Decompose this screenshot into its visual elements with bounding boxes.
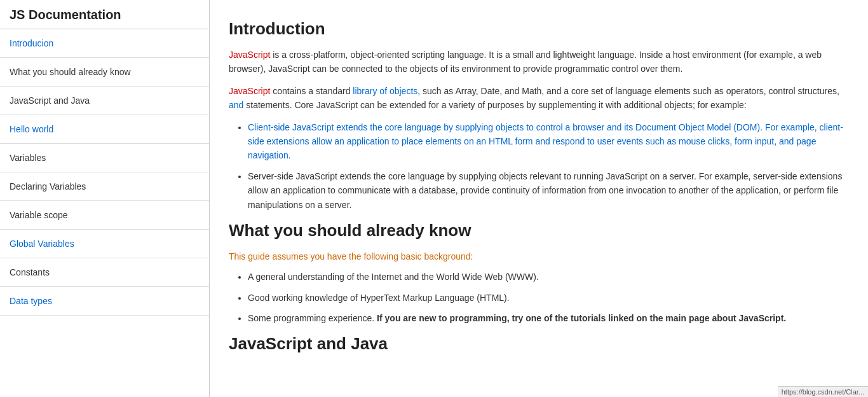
status-bar: https://blog.csdn.net/Clar... (778, 386, 868, 397)
sidebar-nav: IntroducionWhat you should already knowJ… (0, 29, 209, 316)
wyak-list-item-3: Some programming experience. If you are … (248, 311, 849, 325)
intro-paragraph-1: JavaScript is a cross-platform, object-o… (229, 48, 849, 76)
status-url: https://blog.csdn.net/Clar... (782, 388, 864, 396)
sidebar-item-global-variables[interactable]: Global Variables (0, 230, 209, 258)
wyak-list-item-2: Good working knowledge of HyperText Mark… (248, 291, 849, 305)
wyak-list-item-1: A general understanding of the Internet … (248, 270, 849, 284)
introduction-title: Introduction (229, 19, 849, 39)
sidebar-item-javascript-and-java[interactable]: JavaScript and Java (0, 87, 209, 115)
sidebar-item-declaring-variables[interactable]: Declaring Variables (0, 172, 209, 201)
js-highlight-2: JavaScript (229, 86, 270, 96)
sidebar-item-variables[interactable]: Variables (0, 144, 209, 172)
main-content: Introduction JavaScript is a cross-platf… (210, 0, 868, 397)
wyak-title: What you should already know (229, 221, 849, 240)
sidebar: JS Documentation IntroducionWhat you sho… (0, 0, 210, 397)
jaj-title: JavaScript and Java (229, 334, 849, 354)
sidebar-item-introducion[interactable]: Introducion (0, 29, 209, 58)
sidebar-item-what-you-should-already-know[interactable]: What you should already know (0, 58, 209, 87)
intro-list-item-1: Client-side JavaScript extends the core … (248, 120, 849, 163)
sidebar-item-constants[interactable]: Constants (0, 258, 209, 287)
intro-list: Client-side JavaScript extends the core … (248, 120, 849, 212)
intro-paragraph-2: JavaScript contains a standard library o… (229, 84, 849, 113)
intro-list-item-2: Server-side JavaScript extends the core … (248, 169, 849, 212)
sidebar-item-hello-world[interactable]: Hello world (0, 115, 209, 144)
js-highlight-1: JavaScript (229, 50, 270, 60)
sidebar-item-variable-scope[interactable]: Variable scope (0, 201, 209, 230)
sidebar-item-data-types[interactable]: Data types (0, 287, 209, 316)
sidebar-title: JS Documentation (0, 0, 209, 29)
guide-intro: This guide assumes you have the followin… (229, 249, 849, 263)
wyak-list: A general understanding of the Internet … (248, 270, 849, 325)
